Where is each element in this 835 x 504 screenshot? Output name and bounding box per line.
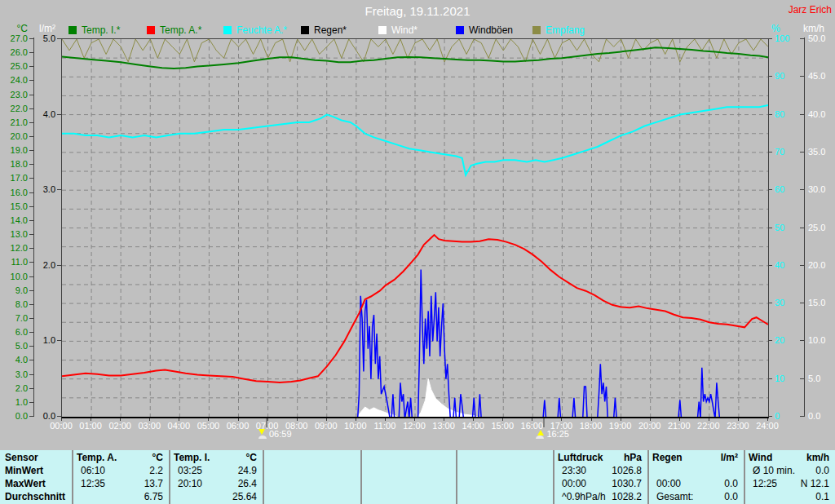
x-axis-label: 24:00 (749, 421, 785, 431)
wind-axis-label: 25.0 (808, 223, 835, 232)
temp-axis-label: 20.0 (0, 132, 28, 141)
cell-time (73, 490, 81, 503)
cell-value: 24.9 (238, 464, 261, 477)
column-unit: °C (246, 451, 261, 464)
page-title: Freitag, 19.11.2021 (0, 4, 835, 18)
sunset-icon (535, 429, 545, 439)
wind-axis-tick (800, 76, 804, 77)
rain-axis-label: 1.0 (29, 336, 55, 345)
humidity-axis-label: 10 (775, 374, 811, 382)
cell-value: 6.75 (144, 490, 167, 503)
cell-time (649, 464, 656, 477)
temp-axis-tick (29, 248, 33, 249)
temp-axis-tick (29, 122, 33, 123)
wind-axis-label: 35.0 (808, 147, 835, 156)
table-cell: 25.64 (170, 490, 261, 503)
temp-axis-tick (29, 80, 33, 81)
empfang-swatch-icon (532, 26, 541, 34)
cell-time (362, 490, 369, 503)
owner-name: Jarz Erich (789, 4, 832, 15)
column-unit (547, 451, 551, 464)
cell-value: 25.64 (232, 490, 261, 503)
cell-value (547, 490, 551, 503)
legend-label: Temp. I.* (82, 24, 120, 36)
temp-axis-label: 17.0 (0, 174, 28, 183)
legend-label: Feuchte A.* (236, 24, 287, 36)
table-cell (649, 464, 742, 477)
temp-axis-label: 6.0 (0, 328, 28, 337)
temp-axis-label: 11.0 (0, 258, 28, 267)
table-cell: 12:25N 12.1 (745, 477, 833, 490)
cell-time: Gesamt: (649, 490, 693, 503)
windb-en-swatch-icon (456, 26, 464, 34)
temp-axis-tick (29, 66, 33, 67)
cell-value: 13.7 (144, 477, 167, 490)
table-cell: ^0.9hPa/h1028.2 (554, 490, 646, 503)
wind-axis-label: 5.0 (808, 374, 835, 382)
column-name (362, 451, 365, 464)
table-column-header: Windkm/h (745, 451, 833, 464)
wind-axis-tick (800, 152, 804, 153)
table-cell (457, 464, 551, 477)
table-row-header: Sensor (5, 451, 70, 464)
cell-time: 06:10 (73, 464, 105, 477)
regen--swatch-icon (301, 26, 309, 34)
rain-axis-label: 5.0 (29, 34, 55, 43)
cell-time: 00:00 (649, 477, 681, 490)
column-name: Regen (649, 451, 683, 464)
legend-label: Windböen (469, 24, 513, 36)
temp-axis-tick (29, 150, 33, 151)
cell-time: 00:00 (554, 477, 586, 490)
table-cell (264, 477, 359, 490)
table-cell: 00:001030.7 (554, 477, 646, 490)
temp-axis-label: 18.0 (0, 160, 28, 169)
rain-axis-label: 2.0 (29, 260, 55, 269)
cell-value (547, 477, 551, 490)
wind-axis-label: 50.0 (808, 34, 835, 43)
wind-axis-tick (800, 189, 804, 190)
cell-time: 03:25 (170, 464, 202, 477)
temp-axis-tick (29, 346, 33, 347)
feuchte-a--swatch-icon (223, 26, 232, 34)
temp-axis-label: 8.0 (0, 299, 28, 308)
temp-axis-tick (29, 332, 33, 333)
temp-axis-label: 3.0 (0, 369, 28, 378)
temp-axis-label: 10.0 (0, 272, 28, 281)
cell-value: 0.0 (724, 477, 742, 490)
table-cell (457, 477, 551, 490)
table-cell: 0.1 (745, 490, 833, 503)
column-unit: l/m² (721, 451, 742, 464)
temp-axis-tick (29, 136, 33, 137)
wind-axis-tick (800, 38, 804, 39)
column-name: Temp. I. (170, 451, 210, 464)
legend-item: Wind* (378, 24, 418, 36)
cell-time: ^0.9hPa/h (554, 490, 606, 503)
table-cell (264, 490, 359, 503)
wind--swatch-icon (378, 26, 387, 34)
sunrise-time: 06:59 (269, 429, 292, 439)
cell-time: 12:35 (73, 477, 105, 490)
temp-axis-tick (29, 402, 33, 403)
temp-axis-tick (29, 234, 33, 235)
table-column-header: Regenl/m² (649, 451, 742, 464)
temp-axis-label: 27.0 (0, 34, 28, 43)
temp-axis-label: 16.0 (0, 188, 28, 197)
wind-axis-tick (800, 303, 804, 303)
temp-axis-tick (29, 290, 33, 291)
cell-value (355, 464, 359, 477)
temp-axis-label: 5.0 (0, 342, 28, 351)
table-cell: 03:2524.9 (170, 464, 261, 477)
cell-value (738, 464, 742, 477)
table-cell (264, 464, 359, 477)
cell-value: 26.4 (238, 477, 261, 490)
cell-value: N 12.1 (801, 477, 833, 490)
cell-value (450, 490, 454, 503)
table-row-header: MaxWert (5, 477, 70, 490)
cell-time (362, 477, 369, 490)
chart-plot-area (61, 38, 769, 418)
column-unit: hPa (624, 451, 646, 464)
temp-axis-tick (29, 276, 33, 277)
cell-value: 0.0 (815, 464, 833, 477)
sunrise-marker: 06:59 (258, 429, 292, 439)
cell-value (450, 464, 454, 477)
